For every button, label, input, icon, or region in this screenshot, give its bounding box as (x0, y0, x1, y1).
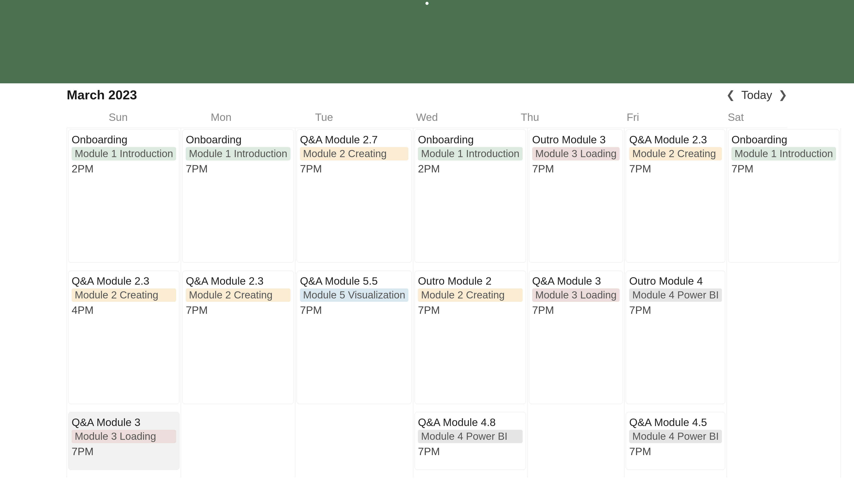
event-card[interactable]: Outro Module 2Module 2 Creating7PM (415, 271, 526, 404)
day-header-wed: Wed (376, 111, 478, 123)
event-title: Outro Module 4 (629, 275, 722, 287)
event-tag: Module 3 Loading (72, 430, 176, 443)
event-card[interactable]: OnboardingModule 1 Introduction2PM (415, 129, 526, 263)
event-tag: Module 1 Introduction (731, 147, 836, 160)
event-title: Onboarding (186, 133, 290, 146)
day-cell: Outro Module 2Module 2 Creating7PM (413, 269, 527, 411)
event-tag: Module 2 Creating (186, 288, 290, 302)
event-card[interactable]: OnboardingModule 1 Introduction7PM (728, 129, 839, 263)
event-tag: Module 3 Loading (532, 288, 620, 302)
day-cell (181, 411, 295, 477)
event-tag: Module 1 Introduction (418, 147, 522, 160)
event-title: Q&A Module 3 (72, 416, 176, 429)
day-cell: Q&A Module 3Module 3 Loading7PM (527, 269, 625, 411)
event-tag: Module 4 Power BI (418, 430, 522, 443)
event-time: 2PM (72, 163, 176, 175)
day-header-sat: Sat (684, 111, 787, 123)
event-time: 7PM (186, 163, 290, 175)
event-card[interactable]: Outro Module 3Module 3 Loading7PM (529, 129, 623, 263)
event-card[interactable]: Q&A Module 2.3Module 2 Creating7PM (182, 271, 294, 404)
day-cell: OnboardingModule 1 Introduction7PM (181, 128, 295, 269)
day-cell: OnboardingModule 1 Introduction2PM (413, 128, 527, 269)
event-title: Onboarding (72, 133, 176, 146)
event-card[interactable]: Q&A Module 2.3Module 2 Creating4PM (68, 271, 179, 404)
day-cell: OnboardingModule 1 Introduction7PM (727, 128, 841, 269)
next-month-button[interactable]: ❯ (778, 90, 787, 100)
day-cell (727, 411, 841, 477)
day-header-fri: Fri (581, 111, 684, 123)
day-cell: Q&A Module 4.5Module 4 Power BI7PM (625, 411, 727, 477)
calendar-nav: ❮ Today ❯ (726, 88, 787, 102)
event-time: 7PM (629, 445, 722, 457)
day-cell (727, 269, 841, 411)
event-title: Onboarding (731, 133, 836, 146)
calendar-title: March 2023 (67, 87, 137, 102)
event-title: Outro Module 3 (532, 133, 620, 146)
event-tag: Module 4 Power BI (629, 288, 722, 302)
event-title: Q&A Module 2.7 (300, 133, 408, 146)
event-time: 7PM (532, 163, 620, 175)
event-card[interactable]: Q&A Module 4.8Module 4 Power BI7PM (415, 412, 526, 470)
event-title: Onboarding (418, 133, 522, 146)
event-title: Q&A Module 5.5 (300, 275, 408, 287)
event-tag: Module 1 Introduction (72, 147, 176, 160)
day-headers-row: Sun Mon Tue Wed Thu Fri Sat (67, 105, 787, 128)
day-header-thu: Thu (478, 111, 581, 123)
event-time: 4PM (72, 304, 176, 316)
day-cell (527, 411, 625, 477)
event-time: 7PM (418, 445, 522, 457)
event-tag: Module 5 Visualization (300, 288, 408, 302)
event-card[interactable]: Q&A Module 2.7Module 2 Creating7PM (297, 129, 412, 263)
event-tag: Module 4 Power BI (629, 430, 722, 443)
event-tag: Module 1 Introduction (186, 147, 290, 160)
event-title: Outro Module 2 (418, 275, 522, 287)
event-tag: Module 2 Creating (629, 147, 722, 160)
calendar-header: March 2023 ❮ Today ❯ (67, 83, 787, 105)
prev-month-button[interactable]: ❮ (726, 90, 735, 100)
day-header-mon: Mon (170, 111, 273, 123)
day-cell (295, 411, 413, 477)
event-card[interactable]: OnboardingModule 1 Introduction7PM (182, 129, 294, 263)
day-cell: Q&A Module 3Module 3 Loading7PM (67, 411, 181, 477)
day-cell: Q&A Module 2.3Module 2 Creating7PM (181, 269, 295, 411)
event-time: 7PM (72, 445, 176, 457)
event-title: Q&A Module 3 (532, 275, 620, 287)
event-time: 7PM (186, 304, 290, 316)
event-card[interactable]: Q&A Module 3Module 3 Loading7PM (529, 271, 623, 404)
event-tag: Module 2 Creating (72, 288, 176, 302)
calendar-page: March 2023 ❮ Today ❯ Sun Mon Tue Wed Thu… (0, 83, 854, 477)
day-cell: Q&A Module 2.7Module 2 Creating7PM (295, 128, 413, 269)
event-card[interactable]: Q&A Module 3Module 3 Loading7PM (68, 412, 179, 470)
event-time: 7PM (418, 304, 522, 316)
event-title: Q&A Module 4.5 (629, 416, 722, 429)
event-card[interactable]: Outro Module 4Module 4 Power BI7PM (626, 271, 725, 404)
day-cell: OnboardingModule 1 Introduction2PM (67, 128, 181, 269)
event-card[interactable]: Q&A Module 2.3Module 2 Creating7PM (626, 129, 725, 263)
event-title: Q&A Module 2.3 (72, 275, 176, 287)
event-card[interactable]: Q&A Module 4.5Module 4 Power BI7PM (626, 412, 725, 470)
calendar-grid: OnboardingModule 1 Introduction2PMOnboar… (67, 128, 787, 477)
banner-dot-icon (425, 2, 429, 5)
day-header-tue: Tue (273, 111, 376, 123)
event-title: Q&A Module 2.3 (186, 275, 290, 287)
day-cell: Q&A Module 5.5Module 5 Visualization7PM (295, 269, 413, 411)
event-time: 7PM (300, 304, 408, 316)
event-tag: Module 2 Creating (300, 147, 408, 160)
top-banner (0, 0, 854, 83)
day-cell: Outro Module 4Module 4 Power BI7PM (625, 269, 727, 411)
event-tag: Module 3 Loading (532, 147, 620, 160)
event-card[interactable]: Q&A Module 5.5Module 5 Visualization7PM (297, 271, 412, 404)
event-time: 7PM (731, 163, 836, 175)
day-cell: Q&A Module 2.3Module 2 Creating4PM (67, 269, 181, 411)
event-title: Q&A Module 2.3 (629, 133, 722, 146)
event-card[interactable]: OnboardingModule 1 Introduction2PM (68, 129, 179, 263)
event-time: 7PM (629, 163, 722, 175)
event-time: 7PM (629, 304, 722, 316)
day-cell: Q&A Module 2.3Module 2 Creating7PM (625, 128, 727, 269)
day-cell: Outro Module 3Module 3 Loading7PM (527, 128, 625, 269)
day-cell: Q&A Module 4.8Module 4 Power BI7PM (413, 411, 527, 477)
event-tag: Module 2 Creating (418, 288, 522, 302)
today-button[interactable]: Today (741, 88, 772, 102)
event-time: 2PM (418, 163, 522, 175)
event-title: Q&A Module 4.8 (418, 416, 522, 429)
